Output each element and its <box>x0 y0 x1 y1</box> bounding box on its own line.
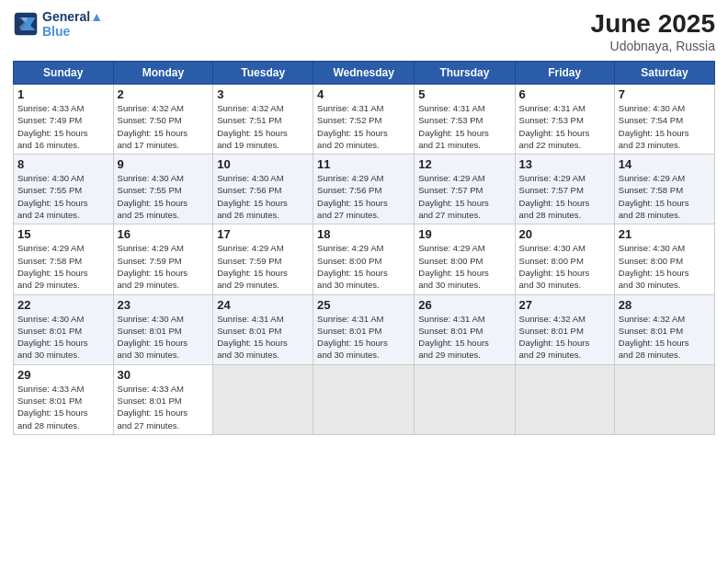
day-info: Sunrise: 4:30 AM Sunset: 7:56 PM Dayligh… <box>217 172 309 221</box>
title-block: June 2025 Udobnaya, Russia <box>591 9 715 53</box>
day-info: Sunrise: 4:31 AM Sunset: 8:01 PM Dayligh… <box>418 313 510 362</box>
calendar-week-1: 1Sunrise: 4:33 AM Sunset: 7:49 PM Daylig… <box>14 85 715 155</box>
day-number: 12 <box>418 157 510 171</box>
day-number: 13 <box>519 157 610 171</box>
calendar-cell: 8Sunrise: 4:30 AM Sunset: 7:55 PM Daylig… <box>14 155 114 224</box>
day-number: 25 <box>317 298 410 312</box>
day-number: 14 <box>619 157 711 171</box>
day-number: 10 <box>217 157 309 171</box>
day-info: Sunrise: 4:30 AM Sunset: 7:55 PM Dayligh… <box>17 172 109 221</box>
calendar-cell: 7Sunrise: 4:30 AM Sunset: 7:54 PM Daylig… <box>614 85 714 155</box>
calendar-cell: 16Sunrise: 4:29 AM Sunset: 7:59 PM Dayli… <box>113 224 213 294</box>
day-info: Sunrise: 4:33 AM Sunset: 8:01 PM Dayligh… <box>17 383 109 431</box>
day-number: 1 <box>17 87 109 101</box>
calendar-cell <box>415 364 515 434</box>
calendar-cell: 6Sunrise: 4:31 AM Sunset: 7:53 PM Daylig… <box>515 85 614 155</box>
day-info: Sunrise: 4:31 AM Sunset: 8:01 PM Dayligh… <box>317 313 410 362</box>
day-number: 23 <box>118 298 210 312</box>
day-number: 3 <box>217 87 309 101</box>
calendar-cell: 14Sunrise: 4:29 AM Sunset: 7:58 PM Dayli… <box>614 155 714 224</box>
day-info: Sunrise: 4:29 AM Sunset: 7:58 PM Dayligh… <box>619 172 711 221</box>
calendar-cell: 18Sunrise: 4:29 AM Sunset: 8:00 PM Dayli… <box>313 224 415 294</box>
day-info: Sunrise: 4:32 AM Sunset: 8:01 PM Dayligh… <box>619 313 711 362</box>
day-number: 21 <box>619 227 711 241</box>
calendar-cell: 19Sunrise: 4:29 AM Sunset: 8:00 PM Dayli… <box>415 224 515 294</box>
day-info: Sunrise: 4:30 AM Sunset: 7:55 PM Dayligh… <box>118 172 210 221</box>
calendar-cell <box>213 364 313 434</box>
day-info: Sunrise: 4:29 AM Sunset: 8:00 PM Dayligh… <box>317 242 410 291</box>
calendar-cell: 28Sunrise: 4:32 AM Sunset: 8:01 PM Dayli… <box>614 294 714 364</box>
calendar-cell: 22Sunrise: 4:30 AM Sunset: 8:01 PM Dayli… <box>14 294 114 364</box>
day-info: Sunrise: 4:31 AM Sunset: 7:53 PM Dayligh… <box>418 102 510 151</box>
calendar-cell: 4Sunrise: 4:31 AM Sunset: 7:52 PM Daylig… <box>313 85 415 155</box>
day-number: 4 <box>317 87 410 101</box>
calendar-header: Sunday Monday Tuesday Wednesday Thursday… <box>14 62 715 85</box>
day-info: Sunrise: 4:29 AM Sunset: 7:56 PM Dayligh… <box>317 172 410 221</box>
header-saturday: Saturday <box>614 62 714 85</box>
header-row: Sunday Monday Tuesday Wednesday Thursday… <box>14 62 715 85</box>
logo: General▲ Blue <box>13 9 103 39</box>
calendar-week-3: 15Sunrise: 4:29 AM Sunset: 7:58 PM Dayli… <box>14 224 715 294</box>
day-info: Sunrise: 4:33 AM Sunset: 8:01 PM Dayligh… <box>118 383 210 431</box>
calendar-cell: 25Sunrise: 4:31 AM Sunset: 8:01 PM Dayli… <box>313 294 415 364</box>
calendar-body: 1Sunrise: 4:33 AM Sunset: 7:49 PM Daylig… <box>14 85 715 435</box>
calendar-cell: 15Sunrise: 4:29 AM Sunset: 7:58 PM Dayli… <box>14 224 114 294</box>
header: General▲ Blue June 2025 Udobnaya, Russia <box>13 9 715 53</box>
day-info: Sunrise: 4:29 AM Sunset: 8:00 PM Dayligh… <box>418 242 510 291</box>
calendar-cell: 11Sunrise: 4:29 AM Sunset: 7:56 PM Dayli… <box>313 155 415 224</box>
day-number: 26 <box>418 298 510 312</box>
day-number: 24 <box>217 298 309 312</box>
day-info: Sunrise: 4:32 AM Sunset: 7:50 PM Dayligh… <box>118 102 210 151</box>
calendar-cell <box>515 364 614 434</box>
day-info: Sunrise: 4:29 AM Sunset: 7:57 PM Dayligh… <box>418 172 510 221</box>
day-number: 28 <box>619 298 711 312</box>
day-number: 18 <box>317 227 410 241</box>
calendar-page: General▲ Blue June 2025 Udobnaya, Russia… <box>0 0 728 563</box>
day-number: 19 <box>418 227 510 241</box>
calendar-cell: 12Sunrise: 4:29 AM Sunset: 7:57 PM Dayli… <box>415 155 515 224</box>
day-info: Sunrise: 4:30 AM Sunset: 8:00 PM Dayligh… <box>519 242 610 291</box>
day-info: Sunrise: 4:29 AM Sunset: 7:58 PM Dayligh… <box>17 242 109 291</box>
day-number: 15 <box>17 227 109 241</box>
calendar-cell: 30Sunrise: 4:33 AM Sunset: 8:01 PM Dayli… <box>113 364 213 434</box>
logo-icon <box>13 11 39 37</box>
day-info: Sunrise: 4:30 AM Sunset: 8:01 PM Dayligh… <box>17 313 109 362</box>
day-info: Sunrise: 4:31 AM Sunset: 7:53 PM Dayligh… <box>519 102 610 151</box>
day-number: 30 <box>118 368 210 382</box>
logo-text: General▲ Blue <box>42 9 103 39</box>
calendar-cell: 9Sunrise: 4:30 AM Sunset: 7:55 PM Daylig… <box>113 155 213 224</box>
day-number: 27 <box>519 298 610 312</box>
calendar-cell: 23Sunrise: 4:30 AM Sunset: 8:01 PM Dayli… <box>113 294 213 364</box>
day-info: Sunrise: 4:29 AM Sunset: 7:59 PM Dayligh… <box>118 242 210 291</box>
header-thursday: Thursday <box>415 62 515 85</box>
calendar-cell: 2Sunrise: 4:32 AM Sunset: 7:50 PM Daylig… <box>113 85 213 155</box>
calendar-table: Sunday Monday Tuesday Wednesday Thursday… <box>13 61 715 435</box>
calendar-cell: 1Sunrise: 4:33 AM Sunset: 7:49 PM Daylig… <box>14 85 114 155</box>
location: Udobnaya, Russia <box>591 39 715 53</box>
calendar-cell: 17Sunrise: 4:29 AM Sunset: 7:59 PM Dayli… <box>213 224 313 294</box>
day-number: 20 <box>519 227 610 241</box>
day-info: Sunrise: 4:29 AM Sunset: 7:59 PM Dayligh… <box>217 242 309 291</box>
calendar-week-4: 22Sunrise: 4:30 AM Sunset: 8:01 PM Dayli… <box>14 294 715 364</box>
day-info: Sunrise: 4:32 AM Sunset: 7:51 PM Dayligh… <box>217 102 309 151</box>
header-monday: Monday <box>113 62 213 85</box>
day-number: 9 <box>118 157 210 171</box>
calendar-cell: 27Sunrise: 4:32 AM Sunset: 8:01 PM Dayli… <box>515 294 614 364</box>
month-title: June 2025 <box>591 9 715 39</box>
header-sunday: Sunday <box>14 62 114 85</box>
calendar-week-5: 29Sunrise: 4:33 AM Sunset: 8:01 PM Dayli… <box>14 364 715 434</box>
day-number: 22 <box>17 298 109 312</box>
day-info: Sunrise: 4:31 AM Sunset: 8:01 PM Dayligh… <box>217 313 309 362</box>
calendar-week-2: 8Sunrise: 4:30 AM Sunset: 7:55 PM Daylig… <box>14 155 715 224</box>
day-info: Sunrise: 4:33 AM Sunset: 7:49 PM Dayligh… <box>17 102 109 151</box>
header-friday: Friday <box>515 62 614 85</box>
day-number: 16 <box>118 227 210 241</box>
day-number: 6 <box>519 87 610 101</box>
calendar-cell <box>614 364 714 434</box>
day-number: 8 <box>17 157 109 171</box>
calendar-cell: 24Sunrise: 4:31 AM Sunset: 8:01 PM Dayli… <box>213 294 313 364</box>
day-number: 17 <box>217 227 309 241</box>
day-info: Sunrise: 4:31 AM Sunset: 7:52 PM Dayligh… <box>317 102 410 151</box>
calendar-cell: 20Sunrise: 4:30 AM Sunset: 8:00 PM Dayli… <box>515 224 614 294</box>
calendar-cell: 10Sunrise: 4:30 AM Sunset: 7:56 PM Dayli… <box>213 155 313 224</box>
